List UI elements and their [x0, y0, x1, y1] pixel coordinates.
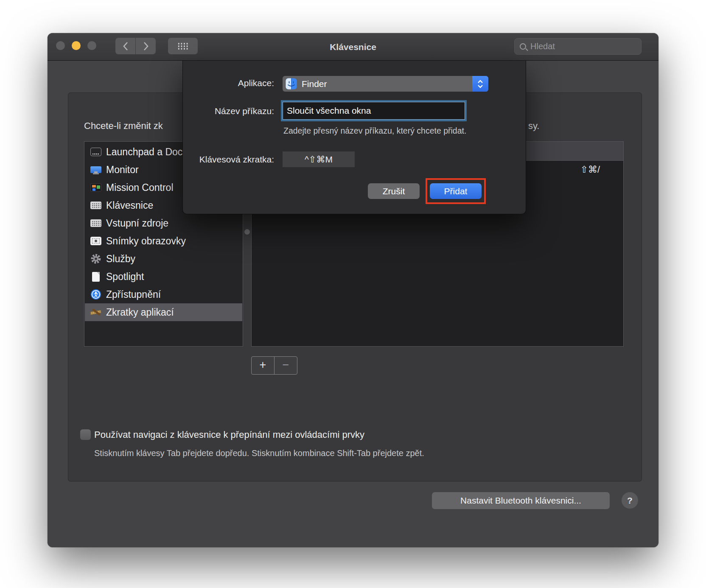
- setup-bluetooth-keyboard-button[interactable]: Nastavit Bluetooth klávesnici...: [432, 492, 610, 509]
- sidebar-item-accessibility[interactable]: Zpřístupnění: [85, 286, 242, 303]
- zoom-window-button[interactable]: [87, 41, 96, 50]
- display-icon: [90, 164, 101, 175]
- mission-control-icon: [90, 182, 101, 193]
- pane-divider-handle[interactable]: [244, 229, 250, 235]
- keyboard-shortcut-input[interactable]: ^⇧⌘M: [283, 151, 355, 167]
- close-window-button[interactable]: [56, 41, 65, 50]
- keyboard-navigation-description: Stisknutím klávesy Tab přejdete dopředu.…: [94, 448, 424, 458]
- accessibility-icon: [90, 289, 101, 300]
- application-label: Aplikace:: [183, 78, 274, 88]
- grid-icon: [177, 42, 189, 50]
- spotlight-document-icon: [90, 271, 101, 282]
- cancel-button[interactable]: Zrušit: [368, 183, 420, 199]
- add-shortcut-sheet: Aplikace: Finder Název příkazu: Sloučit …: [182, 61, 526, 214]
- app-shortcuts-icon: [90, 307, 101, 318]
- services-gear-icon: [90, 253, 101, 264]
- search-field[interactable]: [514, 38, 642, 55]
- back-button[interactable]: [115, 38, 135, 54]
- add-shortcut-button[interactable]: +: [252, 357, 274, 374]
- sidebar-item-screenshots[interactable]: Snímky obrazovky: [85, 232, 242, 250]
- keyboard-navigation-checkbox[interactable]: [80, 429, 91, 440]
- intro-text-right: sy.: [528, 120, 539, 132]
- keyboard-icon: [90, 200, 101, 211]
- screenshot-icon: [90, 235, 101, 246]
- launchpad-dock-icon: [90, 146, 101, 157]
- application-popup[interactable]: Finder: [283, 76, 488, 92]
- titlebar: Klávesnice: [48, 33, 658, 61]
- keyboard-shortcut-label: Klávesová zkratka:: [183, 154, 274, 165]
- help-button[interactable]: ?: [622, 492, 638, 509]
- sidebar-item-spotlight[interactable]: Spotlight: [85, 268, 242, 286]
- intro-text-left: Chcete-li změnit zk: [84, 120, 182, 134]
- annotation-highlight-box: [426, 178, 486, 204]
- chevron-right-icon: [143, 42, 149, 51]
- input-sources-icon: [90, 218, 101, 229]
- sidebar-item-input-sources[interactable]: Vstupní zdroje: [85, 214, 242, 232]
- remove-shortcut-button[interactable]: −: [274, 357, 297, 374]
- keyboard-navigation-label: Používat navigaci z klávesnice k přepíná…: [94, 429, 364, 440]
- sidebar-item-app-shortcuts[interactable]: Zkratky aplikací: [85, 303, 242, 321]
- preferences-window: Klávesnice Chcete-li změnit zk sy. Launc…: [48, 33, 658, 547]
- chevron-left-icon: [123, 42, 129, 51]
- popup-stepper-icon[interactable]: [472, 76, 488, 92]
- sidebar-item-services[interactable]: Služby: [85, 250, 242, 268]
- search-icon: [520, 43, 526, 50]
- minimize-window-button[interactable]: [72, 41, 81, 50]
- add-remove-control: + −: [251, 356, 297, 375]
- command-helper-text: Zadejte přesný název příkazu, který chce…: [283, 125, 468, 137]
- command-name-input[interactable]: Sloučit všechna okna: [283, 102, 465, 120]
- search-input[interactable]: [530, 42, 632, 51]
- command-name-label: Název příkazu:: [183, 106, 274, 116]
- forward-button[interactable]: [136, 38, 156, 54]
- finder-icon: [286, 78, 297, 90]
- application-popup-value: Finder: [302, 79, 327, 89]
- show-all-button[interactable]: [168, 38, 198, 54]
- shortcut-key-combo: ⇧⌘/: [580, 164, 600, 175]
